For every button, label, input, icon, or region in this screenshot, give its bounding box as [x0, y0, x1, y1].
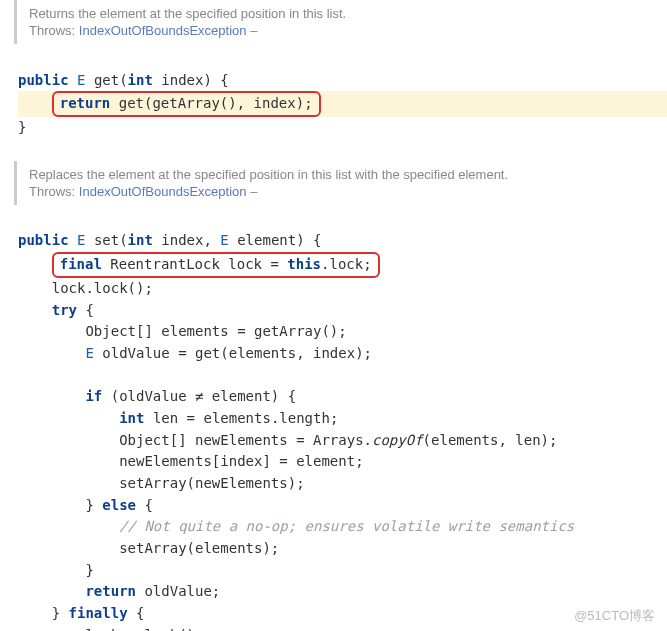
code-set-method: public E set(int index, E element) { fin…	[0, 205, 667, 631]
code-line: Object[] elements = getArray();	[18, 323, 347, 339]
code-line: lock.lock();	[18, 280, 153, 296]
code-line: } finally {	[18, 605, 144, 621]
code-line: return oldValue;	[18, 583, 220, 599]
code-line: Object[] newElements = Arrays.copyOf(ele…	[18, 432, 557, 448]
boxed-return: return get(getArray(), index);	[52, 91, 321, 117]
highlighted-return-line: return get(getArray(), index);	[18, 91, 667, 117]
code-line: E oldValue = get(elements, index);	[18, 345, 372, 361]
doc-throws: Throws: IndexOutOfBoundsException –	[29, 23, 655, 38]
code-line: lock.unlock();	[18, 627, 203, 631]
code-line: try {	[18, 302, 94, 318]
code-line: if (oldValue ≠ element) {	[18, 388, 296, 404]
code-line: } else {	[18, 497, 153, 513]
code-line: int len = elements.length;	[18, 410, 338, 426]
method-signature: public E get(int index) {	[18, 72, 229, 88]
watermark: @51CTO博客	[574, 607, 655, 625]
code-line: setArray(newElements);	[18, 475, 305, 491]
throws-dash: –	[247, 184, 258, 199]
boxed-lock-decl: final ReentrantLock lock = this.lock;	[52, 252, 380, 278]
code-line: setArray(elements);	[18, 540, 279, 556]
javadoc-get: Returns the element at the specified pos…	[14, 0, 667, 44]
close-brace: }	[18, 119, 26, 135]
code-line: newElements[index] = element;	[18, 453, 364, 469]
code-line: }	[18, 562, 94, 578]
doc-description: Replaces the element at the specified po…	[29, 167, 655, 182]
exception-link[interactable]: IndexOutOfBoundsException	[79, 23, 247, 38]
javadoc-set: Replaces the element at the specified po…	[14, 161, 667, 205]
code-comment: // Not quite a no-op; ensures volatile w…	[18, 518, 574, 534]
throws-label: Throws:	[29, 184, 79, 199]
exception-link[interactable]: IndexOutOfBoundsException	[79, 184, 247, 199]
throws-label: Throws:	[29, 23, 79, 38]
throws-dash: –	[247, 23, 258, 38]
lock-declaration-line: final ReentrantLock lock = this.lock;	[18, 256, 380, 272]
method-signature: public E set(int index, E element) {	[18, 232, 321, 248]
doc-description: Returns the element at the specified pos…	[29, 6, 655, 21]
code-get-method: public E get(int index) { return get(get…	[0, 44, 667, 143]
doc-throws: Throws: IndexOutOfBoundsException –	[29, 184, 655, 199]
